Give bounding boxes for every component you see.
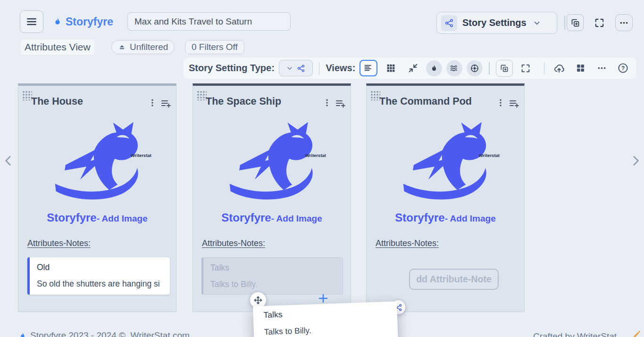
share-nodes-icon <box>297 64 305 73</box>
grid-view-button[interactable] <box>382 60 400 76</box>
help-icon: ? <box>618 63 628 74</box>
fullscreen-icon <box>594 17 605 28</box>
logo-brand-text: Storyfyre <box>47 211 96 224</box>
dragged-attribute-note[interactable]: Talks Talks to Billy. <box>253 301 399 337</box>
footer-copyright: Storyfyre 2023 - 2024 ©. WriterStat.com <box>19 330 190 337</box>
grid-4-icon <box>576 63 585 73</box>
note-body: So old the shutters are hanging si <box>37 279 169 289</box>
carousel-prev-button[interactable] <box>2 154 15 168</box>
eject-icon <box>118 43 126 51</box>
attributes-notes-label: Attributes-Notes: <box>202 238 265 248</box>
help-button[interactable]: ? <box>614 60 631 77</box>
add-image-area[interactable]: Storyfyre- Add Image <box>193 211 351 224</box>
add-to-list-button[interactable] <box>509 98 520 109</box>
flame-icon <box>430 64 438 73</box>
copy-plus-icon <box>500 64 509 73</box>
add-image-label: - Add Image <box>445 214 496 223</box>
drag-handle-icon[interactable] <box>197 90 207 100</box>
card-title: The Command Pod <box>379 96 472 107</box>
list-view-button[interactable] <box>360 60 377 76</box>
brand-name: Storyfyre <box>66 16 113 28</box>
duplicate-button[interactable] <box>567 14 584 31</box>
chevron-left-icon <box>2 154 15 168</box>
dragon-logo-icon <box>395 114 495 202</box>
note-title: Old <box>37 263 50 272</box>
kebab-icon <box>322 98 332 107</box>
collapse-view-button[interactable] <box>404 60 422 76</box>
note-title: Talks <box>210 263 229 273</box>
story-settings-dropdown[interactable]: Story Settings <box>436 12 557 34</box>
ellipsis-icon <box>597 63 607 73</box>
ellipsis-icon <box>619 18 629 28</box>
chevron-down-icon <box>286 65 293 72</box>
card-menu-button[interactable] <box>496 98 505 107</box>
drag-handle-icon[interactable] <box>22 90 32 100</box>
card-menu-button[interactable] <box>148 98 157 107</box>
divider <box>489 62 490 74</box>
share-nodes-icon <box>441 15 457 31</box>
hamburger-icon <box>25 16 38 28</box>
waves-icon <box>450 64 459 73</box>
fullscreen-view-button[interactable] <box>517 60 534 77</box>
story-title-input[interactable] <box>127 12 291 31</box>
filters-count-chip[interactable]: 0 Filters Off <box>185 40 244 54</box>
copyright-text: Storyfyre 2023 - 2024 ©. WriterStat.com <box>30 330 190 337</box>
svg-text:?: ? <box>621 65 625 72</box>
cloud-upload-button[interactable] <box>551 60 568 77</box>
note-body: Talks to Billy. <box>210 279 258 289</box>
waves-mode-button[interactable] <box>446 60 462 76</box>
pencil-icon <box>632 330 641 337</box>
more-options-button[interactable] <box>615 14 633 31</box>
toolbar-more-button[interactable] <box>593 60 610 77</box>
playlist-add-icon <box>509 98 520 109</box>
card-menu-button[interactable] <box>322 98 332 107</box>
add-attribute-note-button[interactable]: dd Attribute-Note <box>409 269 499 290</box>
drag-handle-icon[interactable] <box>370 90 380 100</box>
logo-watermark: Writerstat <box>305 153 326 158</box>
card-title: The Space Ship <box>206 96 281 107</box>
heatmap-mode-button[interactable] <box>426 60 442 76</box>
filter-state-label: Unfiltered <box>130 42 168 52</box>
flame-icon <box>19 331 26 337</box>
attributes-notes-label: Attributes-Notes: <box>376 238 439 248</box>
flame-icon <box>53 16 62 27</box>
attribute-note-card[interactable]: Old So old the shutters are hanging si <box>27 257 170 295</box>
menu-button[interactable] <box>20 10 43 33</box>
add-image-area[interactable]: Storyfyre- Add Image <box>367 211 524 224</box>
cloud-upload-icon <box>553 63 565 74</box>
attribute-note-ghost: Talks Talks to Billy. <box>201 257 343 295</box>
add-to-list-button[interactable] <box>160 98 172 109</box>
chevron-down-icon <box>533 19 541 27</box>
filters-count-label: 0 Filters Off <box>192 42 238 52</box>
logo-brand-text: Storyfyre <box>221 211 271 224</box>
story-settings-label: Story Settings <box>462 17 527 28</box>
setting-type-dropdown[interactable] <box>279 60 313 76</box>
playlist-add-icon <box>160 98 172 109</box>
views-label: Views: <box>326 63 355 74</box>
setting-card-the-house: The House Writerstat Storyfyre- Add Imag… <box>18 83 176 312</box>
wheel-mode-button[interactable] <box>467 60 483 76</box>
setting-card-the-command-pod: The Command Pod Writerstat Storyfyre- Ad… <box>366 83 525 312</box>
current-view-label: Attributes View <box>21 40 94 55</box>
setting-type-label: Story Setting Type: <box>189 63 275 74</box>
chevron-right-icon <box>629 154 642 168</box>
apps-grid-button[interactable] <box>572 60 589 77</box>
divider <box>544 62 545 74</box>
add-note-plus-button[interactable] <box>317 292 329 304</box>
logo-watermark: Writerstat <box>131 153 151 158</box>
note-body: Talks to Billy. <box>264 323 388 337</box>
add-image-area[interactable]: Storyfyre- Add Image <box>18 211 176 224</box>
list-view-icon <box>364 63 374 73</box>
duplicate-view-button[interactable] <box>496 60 513 77</box>
brand-logo[interactable]: Storyfyre <box>53 14 113 29</box>
footer-credit: Crafted by WriterStat <box>533 331 617 337</box>
carousel-next-button[interactable] <box>629 154 642 168</box>
fullscreen-button[interactable] <box>591 14 608 31</box>
filter-state-chip[interactable]: Unfiltered <box>111 40 175 54</box>
divider <box>319 62 320 74</box>
dragon-logo-icon <box>222 114 322 202</box>
add-to-list-button[interactable] <box>335 98 346 109</box>
kebab-icon <box>148 98 157 107</box>
view-toolbar: Story Setting Type: Views: ? <box>184 58 636 79</box>
logo-watermark: Writerstat <box>479 153 500 158</box>
